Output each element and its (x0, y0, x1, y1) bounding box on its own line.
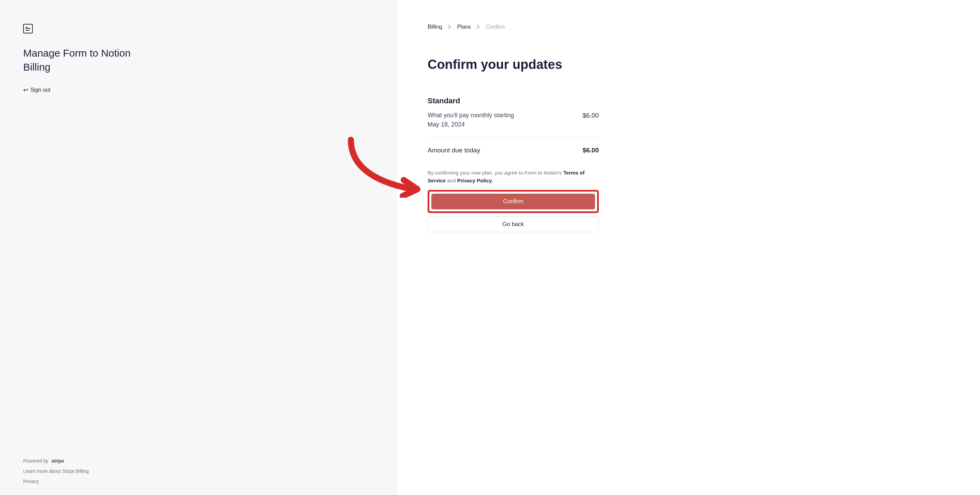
sign-out-link[interactable]: ↩ Sign out (23, 86, 374, 94)
sidebar: Manage Form to Notion Billing ↩ Sign out… (0, 0, 397, 495)
sign-out-label: Sign out (30, 87, 51, 93)
annotation-highlight-box: Confirm (428, 190, 599, 213)
breadcrumb-billing[interactable]: Billing (428, 24, 442, 30)
plan-name: Standard (428, 97, 599, 105)
confirm-button[interactable]: Confirm (431, 194, 595, 209)
powered-by: Powered by stripe (23, 458, 89, 464)
monthly-pay-row: What you'll pay monthly starting May 18,… (428, 111, 599, 137)
breadcrumb-confirm: Confirm (486, 24, 505, 30)
page-title: Confirm your updates (428, 57, 949, 72)
sidebar-footer: Powered by stripe Learn more about Strip… (23, 458, 89, 484)
amount-due-row: Amount due today $6.00 (428, 146, 599, 154)
chevron-right-icon (477, 25, 480, 29)
amount-due-label: Amount due today (428, 146, 480, 154)
monthly-pay-label: What you'll pay monthly starting May 18,… (428, 111, 514, 129)
stripe-logo: stripe (51, 458, 64, 464)
powered-by-label: Powered by (23, 458, 48, 464)
sidebar-title: Manage Form to Notion Billing (23, 46, 132, 74)
app-logo-icon (23, 24, 33, 33)
amount-due-price: $6.00 (582, 146, 599, 154)
divider (428, 137, 599, 138)
breadcrumb: Billing Plans Confirm (428, 24, 949, 30)
monthly-pay-price: $6.00 (582, 111, 599, 121)
breadcrumb-plans[interactable]: Plans (457, 24, 471, 30)
go-back-button[interactable]: Go back (428, 216, 599, 232)
confirm-details: Standard What you'll pay monthly startin… (428, 97, 599, 232)
main-content: Billing Plans Confirm Confirm your updat… (397, 0, 980, 495)
back-arrow-icon: ↩ (23, 86, 28, 94)
privacy-link[interactable]: Privacy (23, 479, 89, 484)
privacy-policy-link[interactable]: Privacy Policy (457, 178, 492, 183)
chevron-right-icon (449, 25, 451, 29)
terms-text: By confirming your new plan, you agree t… (428, 169, 599, 185)
learn-more-link[interactable]: Learn more about Stripe Billing (23, 468, 89, 474)
